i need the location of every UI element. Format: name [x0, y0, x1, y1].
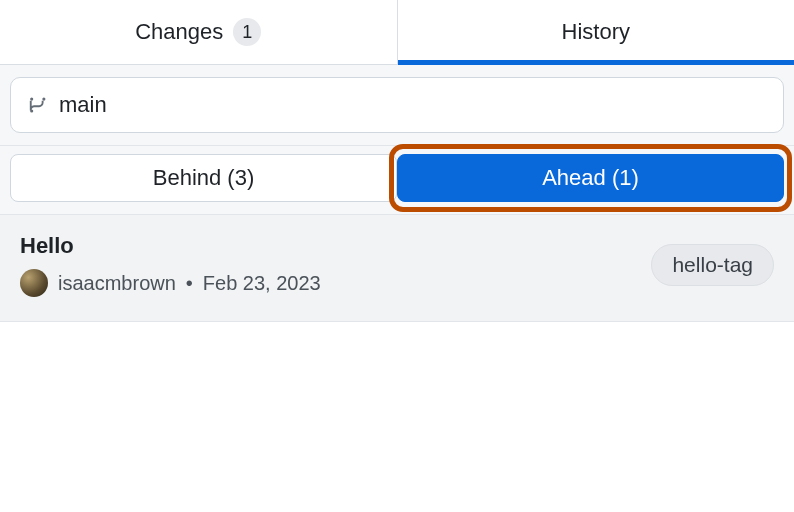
- branch-filter-row: main: [0, 65, 794, 146]
- changes-count-badge: 1: [233, 18, 261, 46]
- branch-selector[interactable]: main: [10, 77, 784, 133]
- commit-date: Feb 23, 2023: [203, 272, 321, 295]
- behind-button[interactable]: Behind (3): [10, 154, 397, 202]
- commit-info: Hello isaacmbrown • Feb 23, 2023: [20, 233, 321, 297]
- commit-list-item[interactable]: Hello isaacmbrown • Feb 23, 2023 hello-t…: [0, 215, 794, 322]
- compare-segmented-row: Behind (3) Ahead (1): [0, 146, 794, 215]
- meta-separator: •: [186, 272, 193, 295]
- branch-name: main: [59, 92, 107, 118]
- tab-changes[interactable]: Changes 1: [0, 0, 398, 64]
- ahead-button[interactable]: Ahead (1): [397, 154, 784, 202]
- tab-history-label: History: [562, 19, 630, 45]
- commit-title: Hello: [20, 233, 321, 259]
- git-branch-icon: [27, 94, 47, 116]
- commit-author: isaacmbrown: [58, 272, 176, 295]
- compare-segmented: Behind (3) Ahead (1): [10, 154, 784, 202]
- tab-changes-label: Changes: [135, 19, 223, 45]
- avatar: [20, 269, 48, 297]
- tab-bar: Changes 1 History: [0, 0, 794, 65]
- commit-tag[interactable]: hello-tag: [651, 244, 774, 286]
- commit-meta: isaacmbrown • Feb 23, 2023: [20, 269, 321, 297]
- tab-history[interactable]: History: [398, 0, 795, 64]
